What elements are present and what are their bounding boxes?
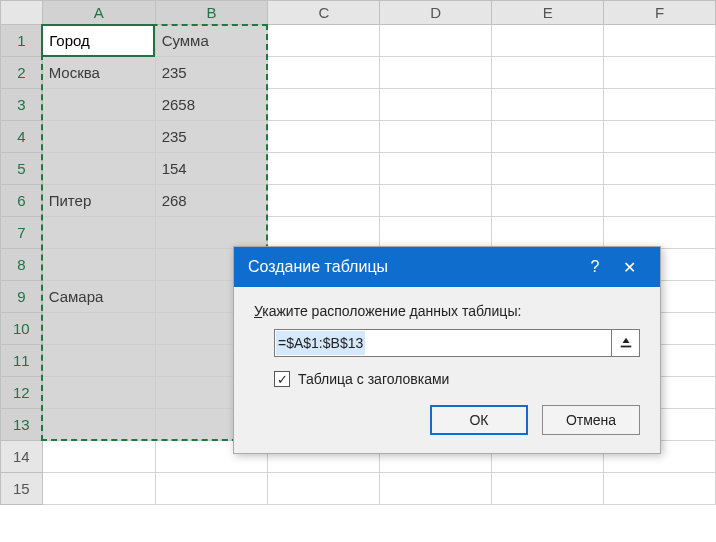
cell-A9[interactable]: Самара [42,281,155,313]
range-label: Укажите расположение данных таблицы: [254,303,640,319]
cell-E4[interactable] [492,121,604,153]
row-header-13[interactable]: 13 [1,409,43,441]
cell-B6[interactable]: 268 [155,185,268,217]
cell-A15[interactable] [42,473,155,505]
cell-C1[interactable] [268,25,380,57]
cell-D1[interactable] [380,25,492,57]
cell-C5[interactable] [268,153,380,185]
cell-C15[interactable] [268,473,380,505]
cell-E7[interactable] [492,217,604,249]
row-header-10[interactable]: 10 [1,313,43,345]
create-table-dialog: Создание таблицы ? ✕ Укажите расположени… [233,246,661,454]
dialog-titlebar[interactable]: Создание таблицы ? ✕ [234,247,660,287]
col-header-F[interactable]: F [604,1,716,25]
cell-A7[interactable] [42,217,155,249]
cell-D4[interactable] [380,121,492,153]
cell-F5[interactable] [604,153,716,185]
cell-E3[interactable] [492,89,604,121]
collapse-icon [619,336,633,350]
col-header-C[interactable]: C [268,1,380,25]
cell-A12[interactable] [42,377,155,409]
cell-E6[interactable] [492,185,604,217]
cell-A10[interactable] [42,313,155,345]
row-header-15[interactable]: 15 [1,473,43,505]
cell-A11[interactable] [42,345,155,377]
cell-A1[interactable]: Город [42,25,155,57]
cell-A2[interactable]: Москва [42,57,155,89]
cell-F1[interactable] [604,25,716,57]
cell-D5[interactable] [380,153,492,185]
row-header-1[interactable]: 1 [1,25,43,57]
headers-checkbox-label: Таблица с заголовками [298,371,449,387]
row-header-5[interactable]: 5 [1,153,43,185]
cell-D15[interactable] [380,473,492,505]
cell-F3[interactable] [604,89,716,121]
row-header-4[interactable]: 4 [1,121,43,153]
cell-A3[interactable] [42,89,155,121]
cell-A5[interactable] [42,153,155,185]
row-header-12[interactable]: 12 [1,377,43,409]
cell-E1[interactable] [492,25,604,57]
cell-F15[interactable] [604,473,716,505]
col-header-A[interactable]: A [42,1,155,25]
cell-B1[interactable]: Сумма [155,25,268,57]
cell-C6[interactable] [268,185,380,217]
cell-E2[interactable] [492,57,604,89]
range-input[interactable]: =$A$1:$B$13 [274,329,612,357]
cell-E15[interactable] [492,473,604,505]
headers-checkbox-row[interactable]: ✓ Таблица с заголовками [274,371,640,387]
cell-D3[interactable] [380,89,492,121]
cell-A4[interactable] [42,121,155,153]
cell-B7[interactable] [155,217,268,249]
row-header-11[interactable]: 11 [1,345,43,377]
row-header-2[interactable]: 2 [1,57,43,89]
row-header-8[interactable]: 8 [1,249,43,281]
cell-A13[interactable] [42,409,155,441]
row-header-7[interactable]: 7 [1,217,43,249]
col-header-B[interactable]: B [155,1,268,25]
collapse-dialog-button[interactable] [612,329,640,357]
cell-C4[interactable] [268,121,380,153]
cell-A8[interactable] [42,249,155,281]
cell-D2[interactable] [380,57,492,89]
cell-F7[interactable] [604,217,716,249]
cell-C2[interactable] [268,57,380,89]
dialog-title: Создание таблицы [248,258,578,276]
select-all-corner[interactable] [1,1,43,25]
help-button[interactable]: ? [578,258,612,276]
checkmark-icon: ✓ [277,373,288,386]
row-header-14[interactable]: 14 [1,441,43,473]
row-header-6[interactable]: 6 [1,185,43,217]
cell-B2[interactable]: 235 [155,57,268,89]
cell-B4[interactable]: 235 [155,121,268,153]
range-input-value: =$A$1:$B$13 [276,331,365,355]
ok-button[interactable]: ОК [430,405,528,435]
cell-C3[interactable] [268,89,380,121]
cell-B15[interactable] [155,473,268,505]
cell-F6[interactable] [604,185,716,217]
cell-D6[interactable] [380,185,492,217]
cancel-button[interactable]: Отмена [542,405,640,435]
cell-B3[interactable]: 2658 [155,89,268,121]
row-header-9[interactable]: 9 [1,281,43,313]
cell-C7[interactable] [268,217,380,249]
close-button[interactable]: ✕ [612,258,646,277]
cell-B5[interactable]: 154 [155,153,268,185]
cell-A6[interactable]: Питер [42,185,155,217]
col-header-D[interactable]: D [380,1,492,25]
row-header-3[interactable]: 3 [1,89,43,121]
cell-E5[interactable] [492,153,604,185]
cell-D7[interactable] [380,217,492,249]
headers-checkbox[interactable]: ✓ [274,371,290,387]
cell-F4[interactable] [604,121,716,153]
cell-A14[interactable] [42,441,155,473]
col-header-E[interactable]: E [492,1,604,25]
cell-F2[interactable] [604,57,716,89]
svg-rect-0 [620,346,631,348]
